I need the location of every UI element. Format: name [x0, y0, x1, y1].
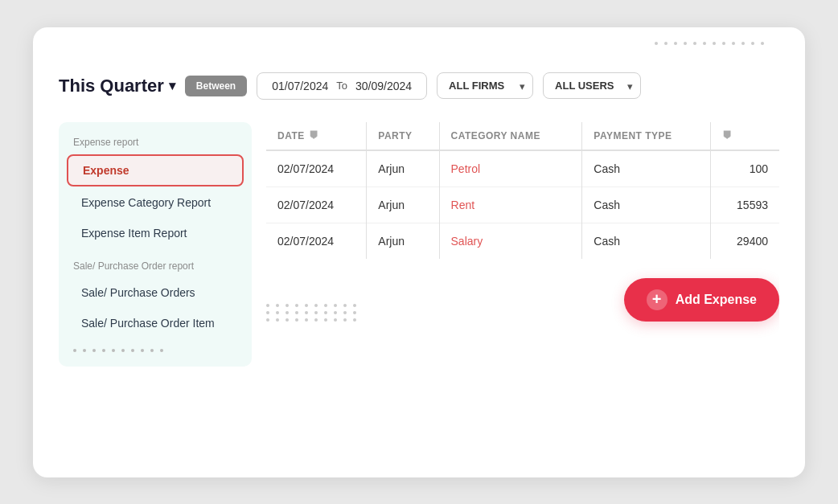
col-party: PARTY [367, 122, 439, 150]
date-range-box: 01/07/2024 To 30/09/2024 [257, 72, 427, 100]
table-area: DATE ⛊ PARTY CATEGORY NAME [266, 122, 779, 367]
sidebar-item-sale-purchase-order-item[interactable]: Sale/ Purchase Order Item [67, 309, 244, 338]
cell-amount: 29400 [711, 223, 779, 259]
dots-decoration-mid [266, 304, 359, 322]
col-payment-type: PAYMENT TYPE [582, 122, 711, 150]
cell-date: 02/07/2024 [266, 150, 367, 187]
main-content: Expense report Expense Expense Category … [59, 122, 779, 367]
sidebar-item-expense-category[interactable]: Expense Category Report [67, 188, 244, 217]
cell-payment-type: Cash [582, 150, 711, 187]
firms-dropdown-wrapper[interactable]: ALL FIRMS [437, 72, 533, 99]
col-category-name: CATEGORY NAME [439, 122, 582, 150]
dots-decoration-top [655, 42, 766, 45]
date-to: 30/09/2024 [355, 80, 412, 92]
sidebar-sale-report-label: Sale/ Purchase Order report [59, 260, 252, 272]
add-expense-button[interactable]: + Add Expense [624, 278, 779, 322]
between-badge: Between [185, 76, 247, 96]
users-dropdown[interactable]: ALL USERS [543, 72, 641, 99]
sidebar: Expense report Expense Expense Category … [59, 122, 252, 367]
cell-category: Petrol [439, 150, 582, 187]
cell-category: Salary [439, 223, 582, 259]
cell-amount: 15593 [711, 186, 779, 223]
sidebar-item-expense-item[interactable]: Expense Item Report [67, 219, 244, 248]
col-amount: ⛊ [711, 122, 779, 150]
header-row: This Quarter ▾ Between 01/07/2024 To 30/… [59, 72, 779, 100]
main-card: This Quarter ▾ Between 01/07/2024 To 30/… [33, 27, 805, 477]
users-dropdown-wrapper[interactable]: ALL USERS [543, 72, 641, 99]
amount-filter-icon[interactable]: ⛊ [722, 130, 732, 141]
cell-date: 02/07/2024 [266, 186, 367, 223]
cell-payment-type: Cash [582, 186, 711, 223]
bottom-row: + Add Expense [266, 278, 779, 322]
table-row: 02/07/2024ArjunSalaryCash29400 [266, 223, 779, 259]
table-row: 02/07/2024ArjunRentCash15593 [266, 186, 779, 223]
cell-date: 02/07/2024 [266, 223, 367, 259]
plus-icon: + [647, 289, 668, 310]
cell-amount: 100 [711, 150, 779, 187]
date-to-label: To [336, 80, 347, 92]
cell-party: Arjun [367, 186, 439, 223]
cell-party: Arjun [367, 150, 439, 187]
cell-party: Arjun [367, 223, 439, 259]
expense-table: DATE ⛊ PARTY CATEGORY NAME [266, 122, 779, 259]
cell-payment-type: Cash [582, 223, 711, 259]
sidebar-expense-report-label: Expense report [59, 137, 252, 148]
sidebar-item-sale-purchase-orders[interactable]: Sale/ Purchase Orders [67, 278, 244, 307]
firms-dropdown[interactable]: ALL FIRMS [437, 72, 533, 99]
table-row: 02/07/2024ArjunPetrolCash100 [266, 150, 779, 187]
add-expense-label: Add Expense [676, 293, 757, 307]
cell-category: Rent [439, 186, 582, 223]
quarter-label: This Quarter [59, 76, 164, 96]
dots-decoration-sidebar [59, 339, 252, 352]
quarter-selector[interactable]: This Quarter ▾ [59, 76, 175, 96]
date-from: 01/07/2024 [272, 80, 328, 92]
col-date: DATE ⛊ [266, 122, 367, 150]
sidebar-item-expense[interactable]: Expense [67, 154, 244, 186]
chevron-down-icon: ▾ [169, 78, 175, 93]
date-filter-icon[interactable]: ⛊ [309, 130, 318, 141]
